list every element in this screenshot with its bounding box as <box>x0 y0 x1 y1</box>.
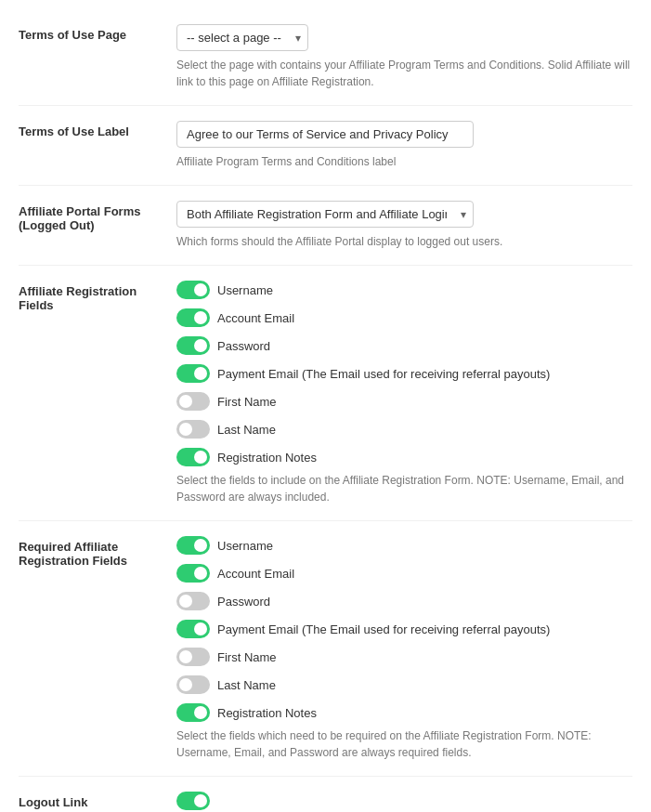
label-required-affiliate-registration-fields: Required Affiliate Registration Fields <box>19 536 176 568</box>
toggle-row-required-affiliate-registration-fields-5: Last Name <box>176 675 632 694</box>
toggle-row-required-affiliate-registration-fields-0: Username <box>176 536 632 555</box>
toggle-affiliate-registration-fields-1[interactable] <box>176 308 210 327</box>
toggle-label-required-affiliate-registration-fields-0: Username <box>217 539 273 553</box>
description-affiliate-portal-forms: Which forms should the Affiliate Portal … <box>176 233 632 250</box>
select-wrapper-terms-of-use-page: -- select a page -- <box>176 24 308 51</box>
toggle-label-affiliate-registration-fields-3: Payment Email (The Email used for receiv… <box>217 367 550 381</box>
toggle-row-affiliate-registration-fields-1: Account Email <box>176 308 632 327</box>
settings-container: Terms of Use Page-- select a page --Sele… <box>19 9 632 812</box>
label-affiliate-portal-forms: Affiliate Portal Forms (Logged Out) <box>19 201 176 232</box>
toggle-required-affiliate-registration-fields-3[interactable] <box>176 620 210 638</box>
select-affiliate-portal-forms[interactable]: Both Affiliate Registration Form and Aff… <box>176 201 474 228</box>
toggle-label-affiliate-registration-fields-4: First Name <box>217 395 277 409</box>
toggle-logout-link[interactable] <box>176 792 210 810</box>
toggle-row-required-affiliate-registration-fields-3: Payment Email (The Email used for receiv… <box>176 620 632 638</box>
content-terms-of-use-page: -- select a page --Select the page with … <box>176 24 632 90</box>
toggle-row-affiliate-registration-fields-3: Payment Email (The Email used for receiv… <box>176 364 632 383</box>
toggle-row-required-affiliate-registration-fields-4: First Name <box>176 648 632 666</box>
settings-row-required-affiliate-registration-fields: Required Affiliate Registration FieldsUs… <box>19 521 632 777</box>
toggle-label-affiliate-registration-fields-1: Account Email <box>217 311 294 325</box>
toggle-required-affiliate-registration-fields-5[interactable] <box>176 675 210 694</box>
content-terms-of-use-label: Affiliate Program Terms and Conditions l… <box>176 121 632 170</box>
content-required-affiliate-registration-fields: UsernameAccount EmailPasswordPayment Ema… <box>176 536 632 761</box>
settings-row-affiliate-registration-fields: Affiliate Registration FieldsUsernameAcc… <box>19 266 632 521</box>
toggles-group-required-affiliate-registration-fields: UsernameAccount EmailPasswordPayment Ema… <box>176 536 632 722</box>
toggle-row-affiliate-registration-fields-2: Password <box>176 336 632 355</box>
toggle-required-affiliate-registration-fields-6[interactable] <box>176 703 210 722</box>
toggle-label-required-affiliate-registration-fields-4: First Name <box>217 650 277 664</box>
toggle-label-required-affiliate-registration-fields-3: Payment Email (The Email used for receiv… <box>217 622 550 636</box>
label-terms-of-use-label: Terms of Use Label <box>19 121 176 138</box>
label-affiliate-registration-fields: Affiliate Registration Fields <box>19 281 176 312</box>
toggle-row-required-affiliate-registration-fields-2: Password <box>176 592 632 610</box>
toggle-row-affiliate-registration-fields-0: Username <box>176 281 632 299</box>
toggle-label-affiliate-registration-fields-6: Registration Notes <box>217 451 317 465</box>
toggle-row-required-affiliate-registration-fields-1: Account Email <box>176 564 632 583</box>
toggle-label-required-affiliate-registration-fields-5: Last Name <box>217 678 276 692</box>
select-wrapper-affiliate-portal-forms: Both Affiliate Registration Form and Aff… <box>176 201 474 228</box>
toggle-row-affiliate-registration-fields-6: Registration Notes <box>176 448 632 466</box>
settings-row-affiliate-portal-forms: Affiliate Portal Forms (Logged Out)Both … <box>19 186 632 266</box>
toggle-row-required-affiliate-registration-fields-6: Registration Notes <box>176 703 632 722</box>
input-terms-of-use-label[interactable] <box>176 121 474 148</box>
description-required-affiliate-registration-fields: Select the fields which need to be requi… <box>176 727 632 761</box>
description-affiliate-registration-fields: Select the fields to include on the Affi… <box>176 472 632 505</box>
description-terms-of-use-page: Select the page with contains your Affil… <box>176 57 632 90</box>
settings-row-terms-of-use-page: Terms of Use Page-- select a page --Sele… <box>19 9 632 106</box>
toggle-row-affiliate-registration-fields-5: Last Name <box>176 420 632 439</box>
toggle-required-affiliate-registration-fields-4[interactable] <box>176 648 210 666</box>
label-logout-link: Logout Link <box>19 792 176 809</box>
toggle-label-affiliate-registration-fields-5: Last Name <box>217 423 276 437</box>
toggle-affiliate-registration-fields-5[interactable] <box>176 420 210 439</box>
toggle-label-required-affiliate-registration-fields-2: Password <box>217 595 270 609</box>
toggle-affiliate-registration-fields-4[interactable] <box>176 392 210 411</box>
toggles-group-affiliate-registration-fields: UsernameAccount EmailPasswordPayment Ema… <box>176 281 632 466</box>
toggle-label-affiliate-registration-fields-2: Password <box>217 339 270 353</box>
settings-row-terms-of-use-label: Terms of Use LabelAffiliate Program Term… <box>19 106 632 186</box>
toggle-required-affiliate-registration-fields-1[interactable] <box>176 564 210 583</box>
toggle-row-affiliate-registration-fields-4: First Name <box>176 392 632 411</box>
settings-row-logout-link: Logout LinkShow a logout link on the Aff… <box>19 777 632 812</box>
content-logout-link: Show a logout link on the Affiliate Port… <box>176 792 632 812</box>
select-terms-of-use-page[interactable]: -- select a page -- <box>176 24 308 51</box>
content-affiliate-portal-forms: Both Affiliate Registration Form and Aff… <box>176 201 632 250</box>
toggle-affiliate-registration-fields-0[interactable] <box>176 281 210 299</box>
toggle-affiliate-registration-fields-6[interactable] <box>176 448 210 466</box>
toggle-affiliate-registration-fields-2[interactable] <box>176 336 210 355</box>
toggle-required-affiliate-registration-fields-0[interactable] <box>176 536 210 555</box>
content-affiliate-registration-fields: UsernameAccount EmailPasswordPayment Ema… <box>176 281 632 505</box>
toggle-label-required-affiliate-registration-fields-1: Account Email <box>217 567 294 581</box>
toggle-row-logout-link <box>176 792 632 810</box>
description-terms-of-use-label: Affiliate Program Terms and Conditions l… <box>176 153 632 170</box>
toggle-label-affiliate-registration-fields-0: Username <box>217 283 273 297</box>
label-terms-of-use-page: Terms of Use Page <box>19 24 176 42</box>
toggle-affiliate-registration-fields-3[interactable] <box>176 364 210 383</box>
toggle-required-affiliate-registration-fields-2[interactable] <box>176 592 210 610</box>
toggle-label-required-affiliate-registration-fields-6: Registration Notes <box>217 706 317 720</box>
